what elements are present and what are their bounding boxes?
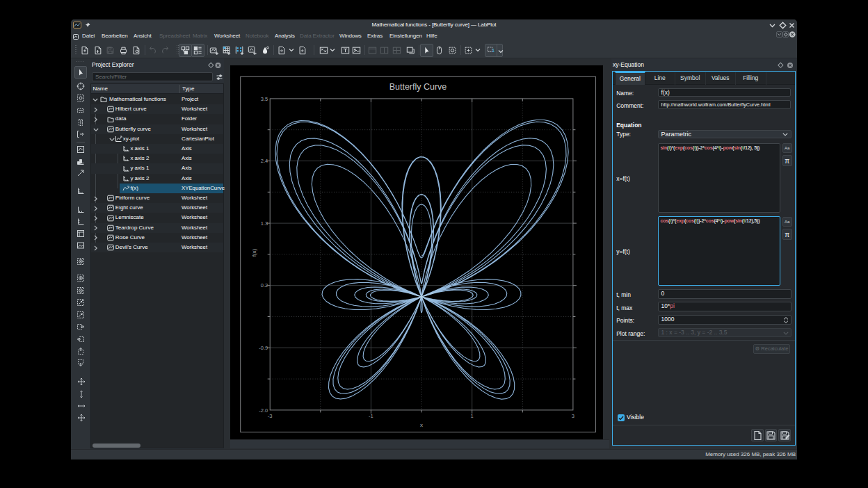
svg-text:1: 1	[471, 413, 474, 419]
svg-text:-2.0: -2.0	[259, 407, 268, 414]
svg-text:3: 3	[572, 413, 574, 419]
svg-text:2.4: 2.4	[261, 158, 268, 164]
svg-text:f(x): f(x)	[251, 248, 257, 257]
svg-text:-1: -1	[369, 413, 373, 419]
svg-text:x: x	[420, 422, 423, 428]
svg-text:0.2: 0.2	[261, 282, 268, 288]
svg-text:-3: -3	[268, 413, 273, 419]
svg-text:Butterfly Curve: Butterfly Curve	[389, 82, 447, 92]
svg-text:1: 1	[492, 47, 495, 54]
svg-text:-0.9: -0.9	[259, 345, 268, 351]
svg-text:3.5: 3.5	[261, 96, 268, 102]
svg-text:1.3: 1.3	[261, 220, 268, 227]
